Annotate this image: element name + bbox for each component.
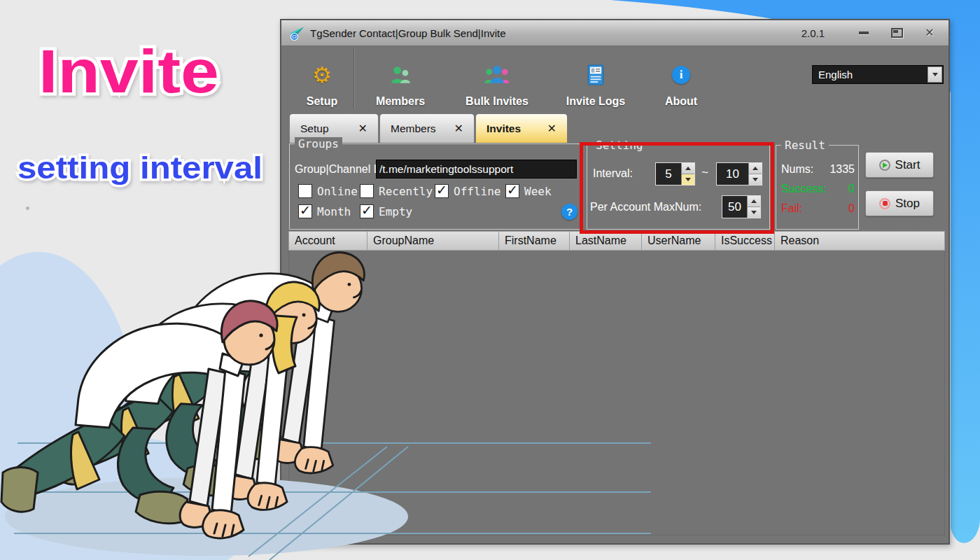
groupbox-title: Result: [781, 139, 829, 152]
checkbox-label: Recently: [379, 185, 433, 198]
group-link-input[interactable]: [376, 160, 577, 178]
app-window: TgSender Contact|Group Bulk Send|Invite …: [280, 19, 950, 545]
checkbox-recently[interactable]: Recently: [360, 184, 433, 198]
start-label: Start: [895, 158, 920, 172]
checkbox-offline[interactable]: Offline: [435, 184, 500, 198]
gear-icon: ⚙: [312, 64, 332, 86]
help-button[interactable]: ?: [561, 204, 578, 220]
maximize-icon: [891, 28, 903, 38]
column-header-lastname[interactable]: LastName: [570, 231, 642, 251]
checkbox-label: Week: [524, 185, 552, 198]
toolbar-item-members[interactable]: Members: [358, 46, 442, 113]
play-icon: [879, 160, 890, 171]
toolbar-label: Invite Logs: [566, 95, 625, 108]
per-account-spinner: 50: [722, 195, 761, 218]
table-header: Account GroupName FirstName LastName Use…: [288, 231, 945, 251]
hero-text: Invite setting interval: [7, 21, 301, 203]
spin-up-button[interactable]: [682, 163, 694, 174]
tab-close-icon[interactable]: ✕: [538, 122, 556, 135]
question-icon: ?: [566, 206, 573, 218]
toolbar-item-bulk-invites[interactable]: Bulk Invites: [442, 46, 552, 113]
interval-min-spinner: 5: [655, 162, 695, 186]
checkbox: [360, 204, 374, 218]
toolbar: ⚙ Setup Members Bulk Invites: [281, 46, 948, 113]
checkbox-month[interactable]: Month: [298, 204, 351, 218]
toolbar-label: Members: [376, 95, 425, 108]
language-select[interactable]: English: [812, 65, 944, 84]
hero-title: Invite: [38, 36, 219, 106]
fail-label: Fail:: [781, 202, 802, 215]
column-header-groupname[interactable]: GroupName: [368, 231, 499, 251]
result-groupbox: Result Nums: 1335 Success: 0 Fail: 0: [776, 145, 859, 230]
nums-row: Nums: 1335: [781, 163, 855, 176]
checkbox: [505, 184, 519, 198]
toolbar-item-setup[interactable]: ⚙ Setup: [294, 46, 350, 113]
checkbox-online[interactable]: Online: [298, 184, 358, 198]
setting-groupbox: Setting Interval: 5 ~ 10 Per Account Max…: [587, 145, 770, 230]
invite-logs-icon: [587, 64, 604, 85]
success-label: Success:: [781, 183, 827, 195]
checkbox-empty[interactable]: Empty: [360, 204, 412, 218]
stop-label: Stop: [895, 197, 920, 211]
toolbar-label: About: [665, 95, 697, 108]
tab-members[interactable]: Members ✕: [379, 113, 475, 143]
interval-label: Interval:: [593, 167, 633, 180]
success-value: 0: [848, 183, 855, 195]
checkbox: [298, 204, 312, 218]
spin-down-button[interactable]: [748, 207, 760, 218]
tab-close-icon[interactable]: ✕: [349, 122, 368, 135]
fail-row: Fail: 0: [781, 202, 855, 215]
checkbox-label: Empty: [379, 205, 412, 218]
checkbox-label: Offline: [454, 185, 500, 198]
spin-down-button[interactable]: [749, 174, 762, 185]
checkbox: [360, 184, 374, 198]
arrow-down-icon: [752, 178, 758, 181]
toolbar-item-about[interactable]: i About: [640, 46, 722, 113]
nums-value: 1335: [830, 163, 855, 176]
arrow-up-icon: [685, 167, 691, 170]
tab-close-icon[interactable]: ✕: [444, 122, 463, 135]
spin-up-button[interactable]: [748, 196, 760, 207]
groupbox-title: Groups: [295, 137, 342, 150]
tab-invites[interactable]: Invites ✕: [475, 113, 568, 143]
checkbox-label: Month: [317, 205, 351, 218]
checkbox-week[interactable]: Week: [505, 184, 552, 198]
tab-label: Setup: [300, 122, 329, 135]
spin-down-button[interactable]: [682, 174, 694, 185]
version-label: 2.0.1: [802, 27, 825, 39]
language-value: English: [813, 69, 927, 80]
stop-button[interactable]: Stop: [865, 190, 934, 216]
success-row: Success: 0: [781, 183, 855, 195]
range-separator: ~: [701, 166, 708, 180]
dropdown-button[interactable]: [927, 66, 942, 83]
chevron-down-icon: [932, 73, 938, 76]
toolbar-item-invite-logs[interactable]: Invite Logs: [552, 46, 640, 113]
stop-icon: [879, 198, 890, 209]
window-title: TgSender Contact|Group Bulk Send|Invite: [310, 27, 506, 39]
arrow-down-icon: [751, 211, 757, 214]
column-header-username[interactable]: UserName: [642, 231, 715, 251]
column-header-reason[interactable]: Reason: [775, 231, 945, 251]
toolbar-label: Setup: [307, 95, 337, 108]
decor-dot: [26, 206, 29, 210]
column-header-account[interactable]: Account: [288, 231, 368, 251]
tab-label: Invites: [486, 122, 521, 135]
column-header-issuccess[interactable]: IsSuccess: [715, 231, 775, 251]
hero-subtitle: setting interval: [18, 150, 262, 186]
per-account-value[interactable]: 50: [722, 196, 747, 218]
tab-label: Members: [391, 122, 436, 135]
minimize-button[interactable]: [852, 27, 876, 39]
close-icon: ✕: [925, 27, 934, 38]
close-button[interactable]: ✕: [918, 27, 941, 39]
spin-up-button[interactable]: [749, 163, 762, 174]
maximize-button[interactable]: [885, 27, 909, 39]
start-button[interactable]: Start: [865, 152, 934, 178]
fail-value: 0: [848, 202, 855, 215]
column-header-firstname[interactable]: FirstName: [499, 231, 570, 251]
checkbox: [435, 184, 449, 198]
toolbar-label: Bulk Invites: [465, 95, 528, 108]
interval-max-spinner: 10: [716, 162, 762, 186]
toolbar-separator: [354, 48, 355, 108]
interval-max-value[interactable]: 10: [717, 163, 748, 185]
interval-min-value[interactable]: 5: [656, 163, 681, 185]
